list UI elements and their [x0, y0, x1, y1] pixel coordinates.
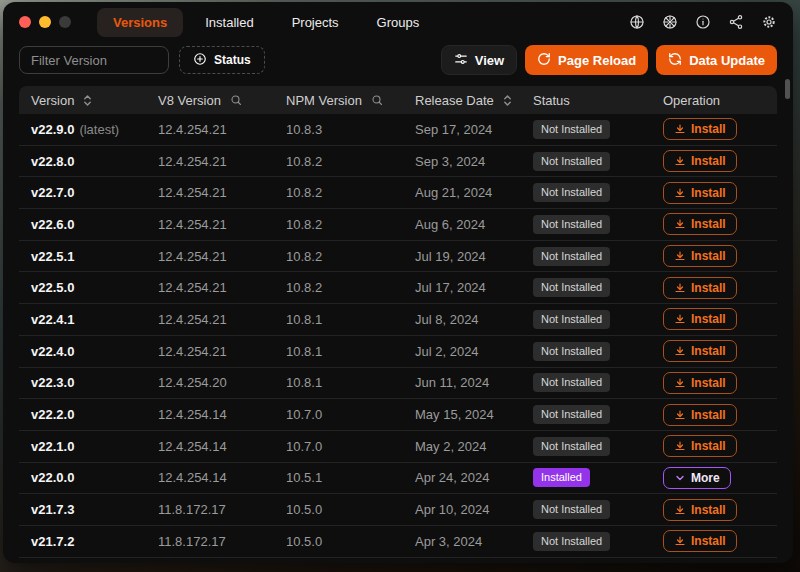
status-badge: Not Installed [533, 500, 610, 519]
share-icon[interactable] [728, 14, 744, 30]
table-row[interactable]: v22.1.0 12.4.254.14 10.7.0 May 2, 2024 N… [19, 431, 777, 463]
download-icon [674, 218, 686, 230]
version-label: v22.5.0 [31, 280, 74, 295]
sort-icon[interactable] [503, 94, 512, 107]
version-label: v22.2.0 [31, 407, 74, 422]
operation-label: Install [691, 376, 726, 390]
column-header-v8-version[interactable]: V8 Version [146, 93, 274, 108]
install-button[interactable]: Install [663, 277, 737, 299]
page-reload-label: Page Reload [558, 53, 636, 68]
install-button[interactable]: Install [663, 245, 737, 267]
view-button[interactable]: View [441, 45, 517, 75]
status-filter-label: Status [214, 53, 251, 67]
install-button[interactable]: Install [663, 372, 737, 394]
status-badge: Not Installed [533, 247, 610, 266]
table-row[interactable]: v22.5.0 12.4.254.21 10.8.2 Jul 17, 2024 … [19, 272, 777, 304]
table-row[interactable]: v22.4.1 12.4.254.21 10.8.1 Jul 8, 2024 N… [19, 304, 777, 336]
tab-groups[interactable]: Groups [361, 8, 436, 37]
data-update-button[interactable]: Data Update [656, 45, 777, 75]
version-label: v22.8.0 [31, 154, 74, 169]
version-label: v22.9.0 [31, 122, 74, 137]
sort-icon[interactable] [83, 94, 92, 107]
table-row[interactable]: v22.3.0 12.4.254.20 10.8.1 Jun 11, 2024 … [19, 368, 777, 400]
titlebar-icons [629, 14, 777, 30]
download-icon [674, 409, 686, 421]
install-button[interactable]: Install [663, 340, 737, 362]
minimize-button[interactable] [39, 16, 51, 28]
v8-version-value: 12.4.254.21 [146, 185, 274, 200]
release-date-value: Apr 10, 2024 [403, 502, 521, 517]
table-row[interactable]: v22.0.0 12.4.254.14 10.5.1 Apr 24, 2024 … [19, 463, 777, 495]
page-reload-button[interactable]: Page Reload [525, 45, 648, 75]
traffic-lights [19, 16, 71, 28]
operation-label: Install [691, 503, 726, 517]
table-row[interactable]: v22.9.0(latest) 12.4.254.21 10.8.3 Sep 1… [19, 114, 777, 146]
install-button[interactable]: Install [663, 404, 737, 426]
release-date-value: Apr 3, 2024 [403, 534, 521, 549]
column-header-status: Status [521, 93, 651, 108]
install-button[interactable]: Install [663, 499, 737, 521]
column-header-version[interactable]: Version [19, 93, 146, 108]
npm-version-value: 10.8.2 [274, 185, 403, 200]
operation-label: Install [691, 249, 726, 263]
table-row[interactable]: v22.8.0 12.4.254.21 10.8.2 Sep 3, 2024 N… [19, 146, 777, 178]
color-wheel-icon[interactable] [662, 14, 678, 30]
scrollbar-thumb[interactable] [785, 79, 790, 99]
search-icon[interactable] [371, 94, 383, 106]
settings-icon[interactable] [761, 14, 777, 30]
v8-version-value: 12.4.254.21 [146, 122, 274, 137]
tab-installed[interactable]: Installed [189, 8, 269, 37]
app-window: Versions Installed Projects Groups [3, 2, 793, 563]
status-badge: Not Installed [533, 373, 610, 392]
install-button[interactable]: Install [663, 213, 737, 235]
more-button[interactable]: More [663, 467, 731, 489]
column-header-operation: Operation [651, 93, 777, 108]
tab-versions[interactable]: Versions [97, 8, 183, 37]
table-row[interactable]: v21.7.2 11.8.172.17 10.5.0 Apr 3, 2024 N… [19, 526, 777, 558]
tab-projects[interactable]: Projects [276, 8, 355, 37]
npm-version-value: 10.8.2 [274, 154, 403, 169]
plus-circle-icon [193, 52, 207, 69]
operation-label: Install [691, 344, 726, 358]
close-button[interactable] [19, 16, 31, 28]
version-label: v21.7.2 [31, 534, 74, 549]
v8-version-value: 12.4.254.21 [146, 154, 274, 169]
table-row[interactable]: v22.5.1 12.4.254.21 10.8.2 Jul 19, 2024 … [19, 241, 777, 273]
table-row[interactable]: v22.4.0 12.4.254.21 10.8.1 Jul 2, 2024 N… [19, 336, 777, 368]
table-row[interactable]: v22.7.0 12.4.254.21 10.8.2 Aug 21, 2024 … [19, 177, 777, 209]
v8-version-value: 12.4.254.21 [146, 344, 274, 359]
download-icon [674, 187, 686, 199]
search-icon[interactable] [230, 94, 242, 106]
status-badge: Not Installed [533, 437, 610, 456]
version-label: v22.6.0 [31, 217, 74, 232]
release-date-value: Jun 11, 2024 [403, 375, 521, 390]
install-button[interactable]: Install [663, 150, 737, 172]
version-label: v22.0.0 [31, 470, 74, 485]
rotate-cw-icon [537, 52, 551, 69]
info-icon[interactable] [695, 14, 711, 30]
install-button[interactable]: Install [663, 118, 737, 140]
table-row[interactable]: v22.2.0 12.4.254.14 10.7.0 May 15, 2024 … [19, 399, 777, 431]
operation-label: Install [691, 534, 726, 548]
status-filter-button[interactable]: Status [179, 46, 265, 74]
install-button[interactable]: Install [663, 530, 737, 552]
npm-version-value: 10.8.2 [274, 217, 403, 232]
v8-version-value: 12.4.254.14 [146, 407, 274, 422]
install-button[interactable]: Install [663, 308, 737, 330]
download-icon [674, 377, 686, 389]
version-label: v21.7.3 [31, 502, 74, 517]
globe-icon[interactable] [629, 14, 645, 30]
v8-version-value: 12.4.254.21 [146, 217, 274, 232]
npm-version-value: 10.8.1 [274, 344, 403, 359]
table-row[interactable]: v22.6.0 12.4.254.21 10.8.2 Aug 6, 2024 N… [19, 209, 777, 241]
table-row[interactable]: v21.7.3 11.8.172.17 10.5.0 Apr 10, 2024 … [19, 494, 777, 526]
column-header-release-date[interactable]: Release Date [403, 93, 521, 108]
filter-version-input[interactable] [19, 46, 169, 74]
v8-version-value: 12.4.254.20 [146, 375, 274, 390]
zoom-button[interactable] [59, 16, 71, 28]
npm-version-value: 10.8.2 [274, 249, 403, 264]
install-button[interactable]: Install [663, 182, 737, 204]
download-icon [674, 440, 686, 452]
install-button[interactable]: Install [663, 435, 737, 457]
column-header-npm-version[interactable]: NPM Version [274, 93, 403, 108]
